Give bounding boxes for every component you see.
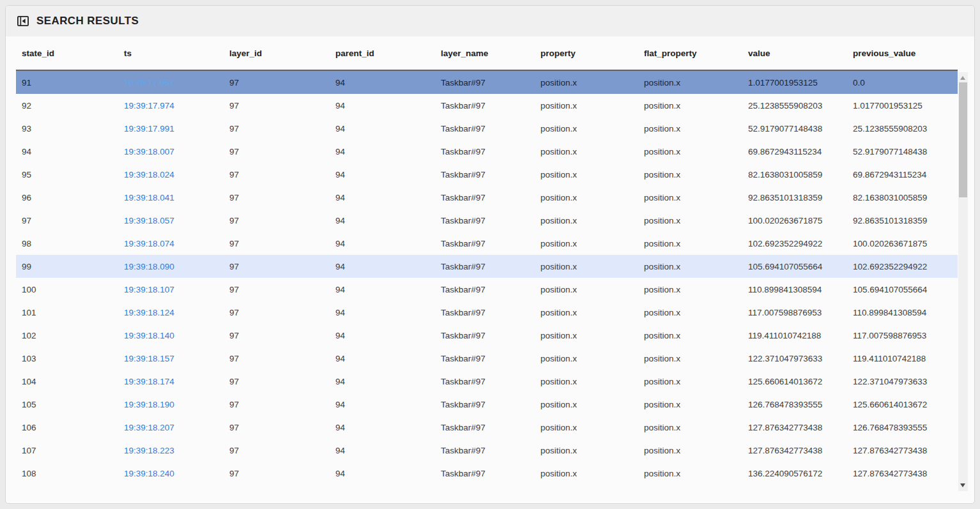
cell-layer_id: 97: [224, 239, 330, 248]
ts-link[interactable]: 19:39:18.157: [124, 354, 174, 363]
cell-previous_value: 127.876342773438: [847, 446, 958, 455]
table-row[interactable]: 98 19:39:18.074 97 94 Taskbar#97 positio…: [16, 232, 958, 255]
cell-parent_id: 94: [330, 285, 435, 294]
table-row[interactable]: 97 19:39:18.057 97 94 Taskbar#97 positio…: [16, 209, 958, 232]
table-row[interactable]: 108 19:39:18.240 97 94 Taskbar#97 positi…: [16, 462, 958, 485]
cell-property: position.x: [535, 285, 638, 294]
scrollbar-track[interactable]: [958, 72, 968, 491]
cell-layer_id: 97: [224, 354, 330, 363]
cell-parent_id: 94: [330, 216, 435, 225]
table-row[interactable]: 92 19:39:17.974 97 94 Taskbar#97 positio…: [16, 94, 958, 117]
cell-flat_property: position.x: [638, 170, 742, 179]
cell-flat_property: position.x: [638, 377, 742, 386]
cell-parent_id: 94: [330, 423, 435, 432]
table-row[interactable]: 96 19:39:18.041 97 94 Taskbar#97 positio…: [16, 186, 958, 209]
cell-layer_id: 97: [224, 216, 330, 225]
ts-link[interactable]: 19:39:18.057: [124, 216, 174, 225]
cell-state_id: 102: [16, 331, 118, 340]
cell-previous_value: 52.9179077148438: [847, 147, 958, 156]
scroll-down-icon[interactable]: [960, 483, 965, 487]
cell-parent_id: 94: [330, 170, 435, 179]
ts-link[interactable]: 19:39:18.207: [124, 423, 174, 432]
cell-flat_property: position.x: [638, 216, 742, 225]
cell-state_id: 105: [16, 400, 118, 409]
table-row[interactable]: 91 19:39:17.957 97 94 Taskbar#97 positio…: [16, 71, 958, 94]
cell-flat_property: position.x: [638, 262, 742, 271]
ts-link[interactable]: 19:39:17.957: [124, 78, 174, 87]
ts-link[interactable]: 19:39:18.190: [124, 400, 174, 409]
table-row[interactable]: 94 19:39:18.007 97 94 Taskbar#97 positio…: [16, 140, 958, 163]
cell-flat_property: position.x: [638, 354, 742, 363]
table-row[interactable]: 102 19:39:18.140 97 94 Taskbar#97 positi…: [16, 324, 958, 347]
col-header-property: property: [535, 49, 638, 58]
cell-previous_value: 119.411010742188: [847, 354, 958, 363]
cell-previous_value: 126.768478393555: [847, 423, 958, 432]
table-row[interactable]: 95 19:39:18.024 97 94 Taskbar#97 positio…: [16, 163, 958, 186]
cell-value: 126.768478393555: [742, 400, 847, 409]
cell-property: position.x: [535, 216, 638, 225]
cell-layer_name: Taskbar#97: [435, 78, 535, 87]
cell-state_id: 95: [16, 170, 118, 179]
ts-link[interactable]: 19:39:18.007: [124, 147, 174, 156]
cell-flat_property: position.x: [638, 193, 742, 202]
cell-state_id: 92: [16, 101, 118, 110]
ts-link[interactable]: 19:39:17.974: [124, 101, 174, 110]
cell-flat_property: position.x: [638, 124, 742, 133]
cell-property: position.x: [535, 354, 638, 363]
cell-ts: 19:39:18.007: [118, 147, 224, 156]
cell-layer_id: 97: [224, 308, 330, 317]
dock-left-icon[interactable]: [16, 14, 30, 28]
ts-link[interactable]: 19:39:18.024: [124, 170, 174, 179]
table-row[interactable]: 106 19:39:18.207 97 94 Taskbar#97 positi…: [16, 416, 958, 439]
cell-property: position.x: [535, 262, 638, 271]
table-row[interactable]: 104 19:39:18.174 97 94 Taskbar#97 positi…: [16, 370, 958, 393]
ts-link[interactable]: 19:39:18.124: [124, 308, 174, 317]
scrollbar-thumb[interactable]: [959, 82, 967, 197]
cell-state_id: 104: [16, 377, 118, 386]
cell-previous_value: 125.660614013672: [847, 400, 958, 409]
cell-layer_name: Taskbar#97: [435, 469, 535, 478]
ts-link[interactable]: 19:39:18.074: [124, 239, 174, 248]
cell-flat_property: position.x: [638, 239, 742, 248]
results-table-area: state_id ts layer_id parent_id layer_nam…: [6, 36, 974, 504]
table-row[interactable]: 101 19:39:18.124 97 94 Taskbar#97 positi…: [16, 301, 958, 324]
cell-property: position.x: [535, 170, 638, 179]
cell-value: 92.8635101318359: [742, 193, 847, 202]
cell-value: 69.8672943115234: [742, 147, 847, 156]
cell-previous_value: 0.0: [847, 78, 958, 87]
cell-layer_name: Taskbar#97: [435, 124, 535, 133]
ts-link[interactable]: 19:39:18.107: [124, 285, 174, 294]
ts-link[interactable]: 19:39:18.090: [124, 262, 174, 271]
cell-property: position.x: [535, 239, 638, 248]
table-row[interactable]: 100 19:39:18.107 97 94 Taskbar#97 positi…: [16, 278, 958, 301]
cell-layer_name: Taskbar#97: [435, 423, 535, 432]
ts-link[interactable]: 19:39:18.223: [124, 446, 174, 455]
cell-layer_name: Taskbar#97: [435, 239, 535, 248]
cell-ts: 19:39:18.074: [118, 239, 224, 248]
cell-value: 117.007598876953: [742, 308, 847, 317]
cell-parent_id: 94: [330, 147, 435, 156]
table-row[interactable]: 99 19:39:18.090 97 94 Taskbar#97 positio…: [16, 255, 958, 278]
cell-property: position.x: [535, 78, 638, 87]
cell-state_id: 96: [16, 193, 118, 202]
ts-link[interactable]: 19:39:18.240: [124, 469, 174, 478]
cell-value: 125.660614013672: [742, 377, 847, 386]
cell-layer_id: 97: [224, 124, 330, 133]
cell-ts: 19:39:18.057: [118, 216, 224, 225]
cell-state_id: 106: [16, 423, 118, 432]
ts-link[interactable]: 19:39:17.991: [124, 124, 174, 133]
ts-link[interactable]: 19:39:18.140: [124, 331, 174, 340]
cell-property: position.x: [535, 331, 638, 340]
ts-link[interactable]: 19:39:18.041: [124, 193, 174, 202]
cell-ts: 19:39:18.190: [118, 400, 224, 409]
cell-ts: 19:39:18.223: [118, 446, 224, 455]
table-row[interactable]: 103 19:39:18.157 97 94 Taskbar#97 positi…: [16, 347, 958, 370]
table-row[interactable]: 93 19:39:17.991 97 94 Taskbar#97 positio…: [16, 117, 958, 140]
ts-link[interactable]: 19:39:18.174: [124, 377, 174, 386]
cell-state_id: 108: [16, 469, 118, 478]
table-row[interactable]: 105 19:39:18.190 97 94 Taskbar#97 positi…: [16, 393, 958, 416]
scroll-up-icon[interactable]: [960, 76, 965, 80]
cell-previous_value: 82.1638031005859: [847, 193, 958, 202]
cell-ts: 19:39:18.174: [118, 377, 224, 386]
table-row[interactable]: 107 19:39:18.223 97 94 Taskbar#97 positi…: [16, 439, 958, 462]
